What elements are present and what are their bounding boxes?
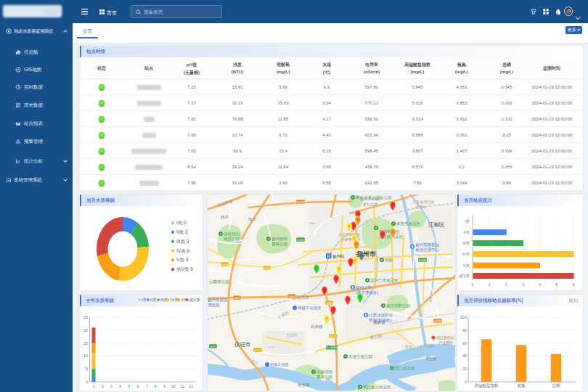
svg-text:古运河: 古运河 bbox=[286, 332, 297, 338]
svg-text:G346: G346 bbox=[419, 258, 427, 262]
svg-text:V类: V类 bbox=[463, 264, 470, 268]
svg-text:沪陕高速: 沪陕高速 bbox=[293, 295, 310, 301]
svg-text:文峰寺: 文峰寺 bbox=[341, 237, 352, 242]
svg-text:60: 60 bbox=[462, 341, 467, 346]
svg-text:8: 8 bbox=[155, 384, 157, 388]
svg-text:江都区: 江都区 bbox=[428, 221, 445, 228]
svg-text:III类: III类 bbox=[160, 298, 168, 302]
svg-text:汊河收费站: 汊河收费站 bbox=[325, 346, 338, 349]
svg-text:S125: S125 bbox=[254, 348, 261, 352]
svg-text:5: 5 bbox=[128, 384, 130, 388]
svg-text:1: 1 bbox=[489, 282, 491, 287]
svg-text:I类 0: I类 0 bbox=[176, 220, 187, 225]
svg-text:2: 2 bbox=[102, 384, 104, 388]
svg-text:宁通线: 宁通线 bbox=[277, 309, 290, 320]
svg-text:仪征捺山: 仪征捺山 bbox=[224, 232, 240, 237]
svg-text:I类: I类 bbox=[465, 219, 470, 224]
svg-text:40: 40 bbox=[462, 354, 467, 358]
svg-text:100: 100 bbox=[460, 315, 467, 319]
svg-text:润扬湿地: 润扬湿地 bbox=[317, 369, 333, 375]
svg-text:I类: I类 bbox=[142, 298, 147, 302]
svg-text:启扬高速: 启扬高速 bbox=[217, 199, 234, 208]
svg-text:2: 2 bbox=[505, 282, 507, 287]
svg-text:10: 10 bbox=[171, 384, 176, 388]
svg-text:X204: X204 bbox=[268, 345, 275, 348]
svg-text:产业园区: 产业园区 bbox=[438, 340, 453, 346]
svg-text:G40: G40 bbox=[234, 296, 241, 300]
svg-text:镇江新区出口: 镇江新区出口 bbox=[436, 335, 455, 340]
svg-text:5: 5 bbox=[86, 367, 88, 371]
svg-text:枢纽交通中心: 枢纽交通中心 bbox=[415, 247, 440, 252]
svg-text:扬州世园会: 扬州世园会 bbox=[208, 298, 228, 303]
svg-text:X306: X306 bbox=[309, 221, 316, 225]
svg-text:森林公园: 森林公园 bbox=[271, 242, 287, 247]
svg-text:氨氮: 氨氮 bbox=[518, 383, 526, 388]
svg-text:II类: II类 bbox=[463, 230, 470, 234]
svg-text:4: 4 bbox=[119, 384, 121, 388]
svg-text:S338: S338 bbox=[434, 319, 441, 323]
svg-text:地质公园: 地质公园 bbox=[223, 237, 240, 242]
svg-text:9: 9 bbox=[163, 384, 166, 388]
svg-text:IV类: IV类 bbox=[462, 252, 470, 256]
svg-text:春江路: 春江路 bbox=[369, 333, 383, 340]
svg-text:5: 5 bbox=[555, 282, 558, 287]
svg-text:II类 2: II类 2 bbox=[176, 229, 188, 234]
svg-text:森林公园: 森林公园 bbox=[317, 375, 332, 380]
svg-text:3: 3 bbox=[110, 384, 113, 388]
svg-text:S340: S340 bbox=[297, 238, 304, 242]
svg-text:博览园: 博览园 bbox=[208, 303, 220, 308]
svg-text:7: 7 bbox=[146, 384, 148, 388]
svg-text:劣V类: 劣V类 bbox=[459, 274, 470, 279]
svg-text:II类: II类 bbox=[150, 298, 157, 302]
svg-text:学院(新校区): 学院(新校区) bbox=[369, 318, 391, 323]
svg-text:长江: 长江 bbox=[250, 358, 259, 365]
svg-text:瓜洲古渡公园: 瓜洲古渡公园 bbox=[348, 354, 372, 359]
svg-text:江苏省邗江闸: 江苏省邗江闸 bbox=[412, 200, 434, 205]
svg-text:0: 0 bbox=[86, 380, 88, 384]
svg-text:12: 12 bbox=[189, 384, 193, 388]
svg-text:朱庄: 朱庄 bbox=[248, 217, 257, 221]
svg-text:人民西路: 人民西路 bbox=[420, 343, 434, 348]
svg-text:G312: G312 bbox=[330, 335, 338, 338]
svg-text:S332: S332 bbox=[264, 266, 271, 270]
svg-text:11: 11 bbox=[180, 384, 184, 388]
svg-text:根安: 根安 bbox=[405, 344, 412, 348]
svg-text:茱萸湾风景区: 茱萸湾风景区 bbox=[396, 221, 421, 226]
svg-text:20: 20 bbox=[462, 367, 467, 371]
svg-text:梦幻之城: 梦幻之城 bbox=[363, 202, 377, 207]
svg-text:劣V类: 劣V类 bbox=[189, 298, 200, 303]
svg-text:焦山风景区: 焦山风景区 bbox=[395, 366, 415, 370]
svg-text:G328: G328 bbox=[297, 200, 305, 204]
svg-text:扬子郊野公园: 扬子郊野公园 bbox=[386, 303, 410, 309]
svg-text:6: 6 bbox=[136, 384, 139, 388]
svg-text:世业镇: 世业镇 bbox=[298, 383, 310, 387]
svg-text:4: 4 bbox=[539, 282, 541, 287]
svg-text:3: 3 bbox=[522, 282, 524, 287]
svg-text:10: 10 bbox=[83, 354, 88, 358]
svg-text:扬州东部客运: 扬州东部客运 bbox=[415, 242, 440, 248]
svg-text:IV类 6: IV类 6 bbox=[176, 248, 189, 253]
svg-text:扬州大学: 扬州大学 bbox=[356, 285, 372, 290]
svg-text:III类: III类 bbox=[462, 241, 470, 245]
svg-text:仪征市: 仪征市 bbox=[234, 341, 251, 348]
svg-text:20: 20 bbox=[83, 328, 88, 332]
svg-text:V类 4: V类 4 bbox=[176, 257, 189, 262]
svg-text:15: 15 bbox=[83, 341, 88, 346]
svg-text:S333: S333 bbox=[221, 263, 229, 266]
svg-text:焦北滩: 焦北滩 bbox=[425, 356, 436, 362]
svg-text:25: 25 bbox=[83, 315, 88, 319]
svg-text:S28: S28 bbox=[327, 301, 332, 305]
svg-text:6: 6 bbox=[572, 282, 574, 287]
svg-text:西庄: 西庄 bbox=[221, 215, 229, 220]
svg-text:运河三湾风景区: 运河三湾风景区 bbox=[370, 278, 399, 283]
svg-text:何园: 何园 bbox=[385, 258, 393, 263]
svg-text:扬州站: 扬州站 bbox=[332, 254, 345, 259]
svg-text:1: 1 bbox=[92, 384, 94, 388]
svg-text:山森林公园: 山森林公园 bbox=[209, 279, 229, 285]
svg-text:总磷: 总磷 bbox=[552, 383, 561, 388]
svg-text:高锰酸盐指数: 高锰酸盐指数 bbox=[475, 383, 499, 388]
svg-text:北路: 北路 bbox=[375, 196, 382, 201]
svg-text:X202: X202 bbox=[415, 253, 422, 257]
svg-text:III类 3: III类 3 bbox=[176, 239, 189, 244]
svg-text:扬州西郊: 扬州西郊 bbox=[271, 237, 288, 242]
